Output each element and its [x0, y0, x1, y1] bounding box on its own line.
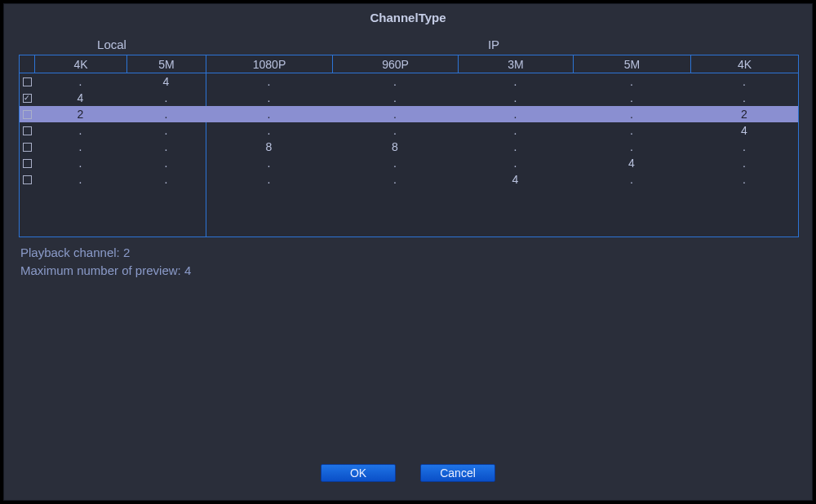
cell: .	[206, 106, 332, 122]
table-row[interactable]: . . 8 8 . . .	[20, 139, 798, 155]
cell: .	[126, 122, 206, 139]
header-5m-local: 5M	[126, 55, 206, 73]
cell: .	[34, 139, 126, 155]
cell: .	[34, 171, 126, 188]
table-row[interactable]: . . . . 4 . .	[20, 171, 798, 188]
checkbox-icon[interactable]	[23, 159, 32, 168]
cell: .	[690, 171, 798, 188]
cell: .	[573, 122, 690, 139]
header-5m-ip: 5M	[573, 55, 690, 73]
checkbox-icon[interactable]	[23, 77, 32, 86]
cell: .	[332, 155, 458, 171]
row-checkbox-cell[interactable]	[20, 122, 34, 139]
cell: .	[573, 139, 690, 155]
cell: .	[34, 73, 126, 90]
ok-button[interactable]: OK	[321, 464, 396, 482]
checkbox-icon[interactable]	[23, 110, 32, 119]
cell: .	[690, 90, 798, 106]
header-3m: 3M	[458, 55, 573, 73]
cell: .	[458, 90, 573, 106]
cell: .	[458, 122, 573, 139]
cell: .	[206, 171, 332, 188]
header-checkbox-col	[20, 55, 34, 73]
row-checkbox-cell[interactable]	[20, 106, 34, 122]
cell: 4	[458, 171, 573, 188]
playback-channel-label: Playback channel: 2	[20, 244, 796, 262]
header-4k-ip: 4K	[690, 55, 798, 73]
table-body: . 4 . . . . . ✓ 4 . . . . . .	[20, 73, 798, 237]
cell: .	[690, 73, 798, 90]
dialog-title: ChannelType	[4, 4, 812, 29]
cell: .	[126, 106, 206, 122]
cell: .	[332, 171, 458, 188]
cell: .	[573, 106, 690, 122]
cell: .	[34, 122, 126, 139]
content-area: Local IP 4K 5M 1080P 960P 3M 5M 4K . 4	[4, 29, 812, 280]
max-preview-label: Maximum number of preview: 4	[20, 262, 796, 280]
cell: .	[332, 122, 458, 139]
checkbox-icon[interactable]	[23, 143, 32, 152]
cell: .	[34, 155, 126, 171]
cell: .	[690, 139, 798, 155]
row-checkbox-cell[interactable]	[20, 73, 34, 90]
cell: .	[573, 90, 690, 106]
group-header-ip: IP	[190, 38, 797, 51]
cell: 2	[34, 106, 126, 122]
cell: .	[573, 73, 690, 90]
cell: 8	[206, 139, 332, 155]
cell: .	[126, 90, 206, 106]
row-checkbox-cell[interactable]	[20, 171, 34, 188]
header-960p: 960P	[332, 55, 458, 73]
cancel-button[interactable]: Cancel	[420, 464, 495, 482]
channel-type-dialog: ChannelType Local IP 4K 5M 1080P 960P 3M…	[3, 3, 813, 501]
cell: 8	[332, 139, 458, 155]
table-row[interactable]: . . . . . . 4	[20, 122, 798, 139]
cell: .	[332, 90, 458, 106]
row-checkbox-cell[interactable]	[20, 139, 34, 155]
row-checkbox-cell[interactable]	[20, 155, 34, 171]
table-row[interactable]: . 4 . . . . .	[20, 73, 798, 90]
cell: .	[332, 106, 458, 122]
group-header-local: Local	[19, 38, 190, 51]
table-row[interactable]: . . . . . 4 .	[20, 155, 798, 171]
cell: 2	[690, 106, 798, 122]
cell: 4	[690, 122, 798, 139]
cell: .	[458, 155, 573, 171]
column-group-headers: Local IP	[19, 38, 797, 55]
cell: 4	[573, 155, 690, 171]
cell: 4	[34, 90, 126, 106]
cell: .	[332, 73, 458, 90]
channel-type-table: 4K 5M 1080P 960P 3M 5M 4K . 4 . . . .	[19, 55, 799, 237]
checkbox-icon[interactable]: ✓	[23, 94, 32, 103]
cell: .	[206, 90, 332, 106]
cell: 4	[126, 73, 206, 90]
checkbox-icon[interactable]	[23, 175, 32, 184]
cell: .	[206, 155, 332, 171]
cell: .	[206, 73, 332, 90]
footer-info: Playback channel: 2 Maximum number of pr…	[19, 237, 797, 280]
row-checkbox-cell[interactable]: ✓	[20, 90, 34, 106]
cell: .	[126, 155, 206, 171]
cell: .	[206, 122, 332, 139]
cell: .	[573, 171, 690, 188]
cell: .	[458, 73, 573, 90]
table-body-padding	[20, 188, 798, 237]
cell: .	[690, 155, 798, 171]
cell: .	[458, 106, 573, 122]
header-1080p: 1080P	[206, 55, 332, 73]
cell: .	[126, 171, 206, 188]
table-row[interactable]: ✓ 4 . . . . . .	[20, 90, 798, 106]
header-4k-local: 4K	[34, 55, 126, 73]
table-header-row: 4K 5M 1080P 960P 3M 5M 4K	[20, 55, 798, 73]
cell: .	[458, 139, 573, 155]
cell: .	[126, 139, 206, 155]
table-row[interactable]: 2 . . . . . 2	[20, 106, 798, 122]
dialog-buttons: OK Cancel	[4, 464, 812, 482]
checkbox-icon[interactable]	[23, 126, 32, 135]
